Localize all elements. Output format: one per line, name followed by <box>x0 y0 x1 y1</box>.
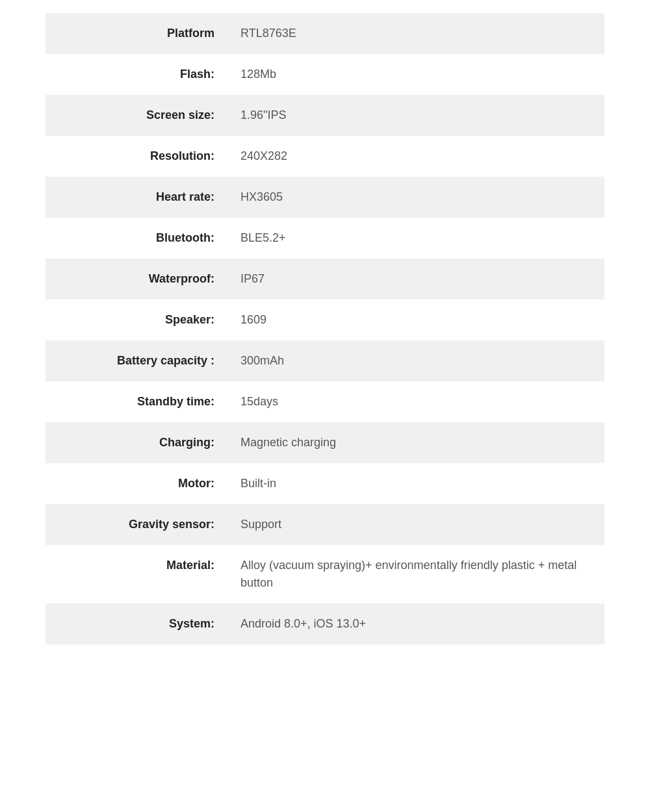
spec-label: Heart rate: <box>46 177 228 218</box>
spec-label: Waterproof: <box>46 259 228 299</box>
spec-label: Gravity sensor: <box>46 504 228 545</box>
spec-value: RTL8763E <box>228 13 604 54</box>
spec-label: System: <box>46 603 228 644</box>
table-row: Battery capacity :300mAh <box>46 340 604 381</box>
table-row: Flash:128Mb <box>46 54 604 95</box>
spec-label: Motor: <box>46 463 228 504</box>
table-row: Speaker:1609 <box>46 299 604 340</box>
spec-value: Support <box>228 504 604 545</box>
table-row: System:Android 8.0+, iOS 13.0+ <box>46 603 604 644</box>
spec-value: 1.96"IPS <box>228 95 604 136</box>
spec-value: 1609 <box>228 299 604 340</box>
spec-label: Platform <box>46 13 228 54</box>
table-row: Screen size:1.96"IPS <box>46 95 604 136</box>
table-row: Gravity sensor:Support <box>46 504 604 545</box>
spec-label: Screen size: <box>46 95 228 136</box>
spec-value: BLE5.2+ <box>228 218 604 259</box>
spec-label: Charging: <box>46 422 228 463</box>
spec-label: Resolution: <box>46 136 228 177</box>
spec-label: Speaker: <box>46 299 228 340</box>
table-row: Material:Alloy (vacuum spraying)+ enviro… <box>46 545 604 603</box>
spec-label: Material: <box>46 545 228 603</box>
table-row: Motor:Built-in <box>46 463 604 504</box>
spec-value: 240X282 <box>228 136 604 177</box>
spec-value: Magnetic charging <box>228 422 604 463</box>
table-row: Waterproof:IP67 <box>46 259 604 299</box>
spec-value: Alloy (vacuum spraying)+ environmentally… <box>228 545 604 603</box>
spec-label: Battery capacity : <box>46 340 228 381</box>
spec-value: IP67 <box>228 259 604 299</box>
spec-value: 300mAh <box>228 340 604 381</box>
spec-value: Android 8.0+, iOS 13.0+ <box>228 603 604 644</box>
spec-label: Flash: <box>46 54 228 95</box>
table-row: PlatformRTL8763E <box>46 13 604 54</box>
specs-table: PlatformRTL8763EFlash:128MbScreen size:1… <box>46 13 604 644</box>
spec-value: Built-in <box>228 463 604 504</box>
spec-label: Standby time: <box>46 381 228 422</box>
table-row: Heart rate:HX3605 <box>46 177 604 218</box>
spec-value: 128Mb <box>228 54 604 95</box>
spec-value: HX3605 <box>228 177 604 218</box>
table-row: Bluetooth:BLE5.2+ <box>46 218 604 259</box>
spec-label: Bluetooth: <box>46 218 228 259</box>
table-row: Charging:Magnetic charging <box>46 422 604 463</box>
table-row: Resolution:240X282 <box>46 136 604 177</box>
spec-value: 15days <box>228 381 604 422</box>
table-row: Standby time:15days <box>46 381 604 422</box>
